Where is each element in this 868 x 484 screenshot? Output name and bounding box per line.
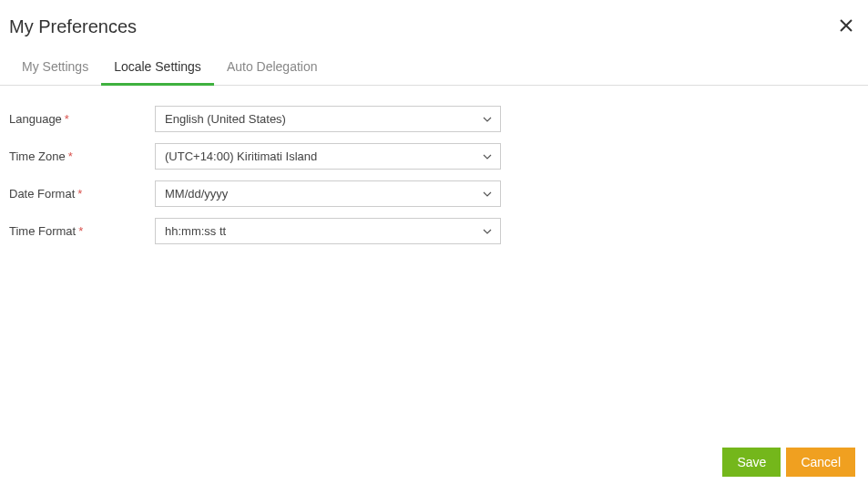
label-language: Language* [9, 112, 155, 126]
row-language: Language* English (United States) [9, 106, 859, 132]
row-timezone: Time Zone* (UTC+14:00) Kiritimati Island [9, 143, 859, 170]
cancel-button[interactable]: Cancel [786, 448, 855, 477]
dateformat-select[interactable]: MM/dd/yyyy [155, 180, 501, 207]
row-timeformat: Time Format* hh:mm:ss tt [9, 218, 859, 244]
close-button[interactable] [839, 16, 859, 36]
tab-my-settings[interactable]: My Settings [9, 50, 101, 86]
timezone-select-value: (UTC+14:00) Kiritimati Island [155, 143, 501, 170]
form-area: Language* English (United States) Time Z… [0, 86, 868, 264]
tabs: My Settings Locale Settings Auto Delegat… [9, 50, 868, 85]
tab-auto-delegation[interactable]: Auto Delegation [214, 50, 331, 86]
language-select-value: English (United States) [155, 106, 501, 132]
save-button[interactable]: Save [722, 448, 781, 477]
label-dateformat: Date Format* [9, 187, 155, 201]
required-marker: * [65, 112, 69, 126]
tab-locale-settings[interactable]: Locale Settings [101, 50, 214, 86]
dialog-footer: Save Cancel [722, 448, 855, 477]
label-timezone: Time Zone* [9, 149, 155, 163]
timeformat-select-value: hh:mm:ss tt [155, 218, 501, 244]
language-select[interactable]: English (United States) [155, 106, 501, 132]
required-marker: * [77, 187, 82, 201]
tabs-container: My Settings Locale Settings Auto Delegat… [0, 50, 868, 86]
close-icon [840, 19, 853, 35]
dialog-header: My Preferences [0, 0, 868, 50]
timezone-select[interactable]: (UTC+14:00) Kiritimati Island [155, 143, 501, 170]
label-timeformat: Time Format* [9, 224, 155, 238]
dateformat-select-value: MM/dd/yyyy [155, 180, 501, 207]
required-marker: * [68, 149, 73, 163]
timeformat-select[interactable]: hh:mm:ss tt [155, 218, 501, 244]
required-marker: * [78, 224, 83, 238]
row-dateformat: Date Format* MM/dd/yyyy [9, 180, 859, 207]
page-title: My Preferences [9, 16, 137, 37]
